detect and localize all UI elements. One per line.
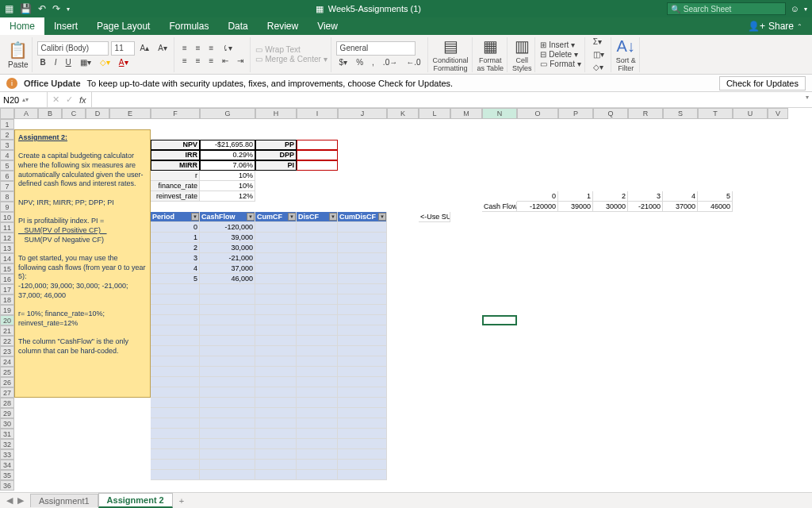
row-header[interactable]: 30 <box>0 418 14 429</box>
expand-formula-icon[interactable]: ▾ <box>802 92 812 107</box>
name-box[interactable]: N20▴▾ <box>0 92 48 107</box>
border-button[interactable]: ▦▾ <box>77 56 94 68</box>
underline-button[interactable]: U <box>63 56 75 68</box>
comma-button[interactable]: , <box>369 56 377 68</box>
row-header[interactable]: 20 <box>0 315 14 325</box>
row-header[interactable]: 11 <box>0 222 14 233</box>
orientation-icon[interactable]: ⤹▾ <box>219 42 236 54</box>
qat-more-icon[interactable]: ▾ <box>67 6 70 13</box>
row-header[interactable]: 12 <box>0 233 14 243</box>
col-header[interactable]: I <box>297 108 338 119</box>
spreadsheet-grid[interactable]: ABCDEFGHIJKLMNOPQRSTUV123456789101112131… <box>0 108 812 492</box>
decrease-decimal-icon[interactable]: ←.0 <box>403 56 423 68</box>
delete-cells-button[interactable]: ⊟ Delete ▾ <box>540 50 577 59</box>
col-header[interactable]: O <box>517 108 558 119</box>
row-header[interactable]: 1 <box>0 119 14 129</box>
col-header[interactable]: Q <box>593 108 628 119</box>
increase-indent-icon[interactable]: ⇥ <box>234 55 247 67</box>
increase-decimal-icon[interactable]: .0→ <box>380 56 400 68</box>
format-as-table-icon[interactable]: ▦ <box>483 37 498 56</box>
col-header[interactable]: H <box>255 108 297 119</box>
filter-dropdown-icon[interactable]: ▼ <box>378 213 386 221</box>
row-header[interactable]: 4 <box>0 150 14 160</box>
autosum-icon[interactable]: Σ▾ <box>590 36 605 48</box>
cancel-icon[interactable]: ✕ <box>52 94 59 105</box>
redo-icon[interactable]: ↷ <box>52 3 60 14</box>
col-header[interactable]: F <box>151 108 200 119</box>
filter-dropdown-icon[interactable]: ▼ <box>247 213 255 221</box>
font-name-selector[interactable]: Calibri (Body) <box>37 41 109 56</box>
clear-icon[interactable]: ◇▾ <box>590 61 607 73</box>
percent-button[interactable]: % <box>353 56 366 68</box>
fx-icon[interactable]: fx <box>79 95 86 105</box>
currency-button[interactable]: $▾ <box>336 56 351 68</box>
row-header[interactable]: 36 <box>0 480 14 491</box>
row-header[interactable]: 3 <box>0 140 14 150</box>
filter-dropdown-icon[interactable]: ▼ <box>191 213 199 221</box>
sheet-tab-2[interactable]: Assignment 2 <box>98 493 173 508</box>
row-header[interactable]: 2 <box>0 129 14 140</box>
col-header[interactable]: E <box>109 108 151 119</box>
filter-dropdown-icon[interactable]: ▼ <box>288 213 296 221</box>
tab-data[interactable]: Data <box>218 17 257 35</box>
share-button[interactable]: 👤+Share⌃ <box>738 17 812 35</box>
decrease-font-icon[interactable]: A▾ <box>155 42 170 54</box>
row-header[interactable]: 8 <box>0 191 14 202</box>
enter-icon[interactable]: ✓ <box>66 94 73 105</box>
select-all-corner[interactable] <box>0 108 14 119</box>
row-header[interactable]: 22 <box>0 336 14 346</box>
row-header[interactable]: 13 <box>0 243 14 253</box>
italic-button[interactable]: I <box>52 56 60 68</box>
row-header[interactable]: 7 <box>0 181 14 191</box>
align-top-icon[interactable]: ≡ <box>179 42 190 54</box>
row-header[interactable]: 29 <box>0 408 14 418</box>
row-header[interactable]: 19 <box>0 305 14 315</box>
user-icon[interactable]: ☺ <box>791 4 799 13</box>
format-cells-button[interactable]: ▭ Format ▾ <box>540 60 580 68</box>
decrease-indent-icon[interactable]: ⇤ <box>219 55 232 67</box>
row-header[interactable]: 17 <box>0 284 14 294</box>
col-header[interactable]: U <box>733 108 768 119</box>
col-header[interactable]: L <box>419 108 450 119</box>
row-header[interactable]: 23 <box>0 346 14 356</box>
row-header[interactable]: 33 <box>0 449 14 460</box>
align-middle-icon[interactable]: ≡ <box>193 42 204 54</box>
undo-icon[interactable]: ↶ <box>38 3 46 14</box>
sheet-prev-icon[interactable]: ◀ <box>6 495 13 506</box>
conditional-formatting-icon[interactable]: ▤ <box>443 37 458 56</box>
font-size-selector[interactable]: 11 <box>111 41 135 56</box>
row-header[interactable]: 14 <box>0 253 14 264</box>
cell-styles-icon[interactable]: ▥ <box>515 37 530 56</box>
align-bottom-icon[interactable]: ≡ <box>206 42 217 54</box>
row-header[interactable]: 28 <box>0 398 14 408</box>
tab-home[interactable]: Home <box>0 17 44 35</box>
row-header[interactable]: 9 <box>0 202 14 212</box>
col-header[interactable]: K <box>387 108 419 119</box>
row-header[interactable]: 32 <box>0 439 14 449</box>
row-header[interactable]: 10 <box>0 212 14 222</box>
align-center-icon[interactable]: ≡ <box>193 55 204 67</box>
paste-icon[interactable]: 📋 <box>8 40 28 60</box>
col-header[interactable]: R <box>628 108 663 119</box>
col-header[interactable]: M <box>450 108 482 119</box>
row-header[interactable]: 35 <box>0 470 14 480</box>
row-header[interactable]: 5 <box>0 160 14 171</box>
col-header[interactable]: B <box>38 108 62 119</box>
row-header[interactable]: 34 <box>0 460 14 470</box>
tab-formulas[interactable]: Formulas <box>159 17 218 35</box>
insert-cells-button[interactable]: ⊞ Insert ▾ <box>540 40 575 49</box>
merge-center-button[interactable]: ▭ Merge & Center ▾ <box>255 55 327 64</box>
add-sheet-button[interactable]: + <box>173 496 190 506</box>
font-color-button[interactable]: A▾ <box>116 56 132 68</box>
col-header[interactable]: V <box>768 108 788 119</box>
row-header[interactable]: 21 <box>0 325 14 336</box>
formula-input[interactable] <box>92 92 802 107</box>
fill-color-button[interactable]: ◇▾ <box>97 56 113 68</box>
search-input[interactable]: 🔍 Search Sheet <box>667 2 786 15</box>
increase-font-icon[interactable]: A▴ <box>137 42 153 54</box>
row-header[interactable]: 18 <box>0 294 14 305</box>
align-left-icon[interactable]: ≡ <box>179 55 190 67</box>
sheet-next-icon[interactable]: ▶ <box>17 495 24 506</box>
bold-button[interactable]: B <box>37 56 49 68</box>
align-right-icon[interactable]: ≡ <box>206 55 217 67</box>
